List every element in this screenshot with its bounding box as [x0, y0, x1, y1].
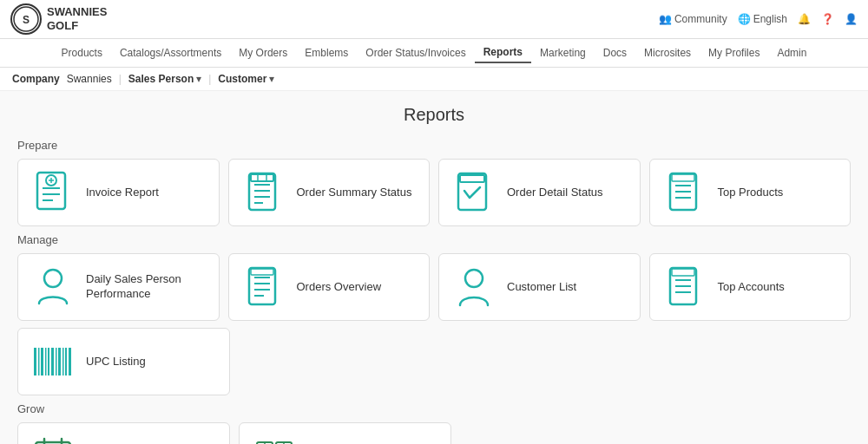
card-top-products[interactable]: Top Products: [649, 159, 852, 226]
customer-dropdown[interactable]: Customer ▾: [218, 73, 274, 85]
svg-rect-37: [34, 348, 36, 375]
question-icon: ❓: [821, 13, 834, 25]
page-content: Reports Prepare Invoice Report: [0, 91, 868, 444]
nav-products[interactable]: Products: [53, 43, 111, 62]
upc-cards-row: UPC Listing: [17, 328, 851, 395]
card-customer-list-label: Customer List: [507, 280, 576, 295]
nav-marketing[interactable]: Marketing: [531, 43, 595, 62]
customer-list-icon: [453, 266, 495, 308]
orders-overview-icon: [243, 266, 285, 308]
nav-my-profiles[interactable]: My Profiles: [700, 43, 768, 62]
manage-cards-row: Daily Sales Person Performance Orders Ov…: [17, 253, 851, 321]
top-bar: S SWANNIES GOLF 👥 Community 🌐 English 🔔 …: [0, 0, 868, 39]
chevron-down-icon2: ▾: [269, 73, 274, 85]
user-icon: 👤: [845, 13, 858, 25]
card-invoice-report[interactable]: Invoice Report: [17, 159, 220, 226]
boxes-icon: [253, 435, 295, 444]
card-daily-sales-label: Daily Sales Person Performance: [86, 272, 205, 302]
card-invoice-report-label: Invoice Report: [86, 186, 159, 200]
svg-rect-45: [62, 348, 64, 375]
invoice-icon: [32, 172, 74, 213]
sub-nav: Company Swannies | Sales Person ▾ | Cust…: [0, 68, 868, 91]
nav-order-status[interactable]: Order Status/Invoices: [357, 43, 474, 62]
svg-rect-43: [56, 348, 57, 375]
top-accounts-icon: [664, 266, 706, 308]
card-order-summary-status[interactable]: Order Summary Status: [228, 159, 431, 226]
svg-rect-38: [38, 348, 40, 375]
card-daily-sales[interactable]: Daily Sales Person Performance: [17, 253, 220, 321]
svg-point-31: [465, 270, 483, 287]
logo-circle: S: [10, 3, 42, 35]
svg-point-24: [44, 270, 62, 287]
svg-rect-42: [51, 348, 54, 375]
order-summary-icon: [243, 172, 285, 213]
svg-rect-30: [251, 269, 273, 275]
grow-cards-row: Crosstab Order Analysis Book/Ship/Cancel…: [17, 422, 851, 444]
bell-icon-btn[interactable]: 🔔: [798, 13, 811, 25]
card-customer-list[interactable]: Customer List: [438, 253, 641, 321]
top-products-icon: [664, 172, 706, 213]
card-top-products-label: Top Products: [718, 186, 784, 200]
section-manage-label: Manage: [17, 233, 851, 246]
section-grow-label: Grow: [17, 402, 851, 415]
svg-rect-39: [41, 348, 43, 375]
card-orders-overview-label: Orders Overview: [297, 280, 382, 295]
nav-admin[interactable]: Admin: [768, 43, 815, 62]
card-upc-listing[interactable]: UPC Listing: [17, 328, 230, 395]
section-prepare-label: Prepare: [17, 139, 851, 152]
svg-rect-41: [48, 348, 49, 375]
nav-my-orders[interactable]: My Orders: [230, 43, 296, 62]
nav-microsites[interactable]: Microsites: [635, 43, 700, 62]
community-icon: 👥: [659, 13, 672, 25]
sub-nav-divider: |: [119, 73, 122, 85]
card-book-ship[interactable]: Book/Ship/Cancel/Return - Analysis: [239, 422, 451, 444]
prepare-cards-row: Invoice Report Order Summary Status: [17, 159, 851, 226]
svg-rect-23: [672, 174, 694, 181]
calendar-grid-icon: [32, 435, 74, 444]
globe-icon: 🌐: [738, 13, 751, 25]
top-right-area: 👥 Community 🌐 English 🔔 ❓ 👤: [659, 13, 858, 25]
svg-text:S: S: [23, 14, 30, 26]
community-link[interactable]: 👥 Community: [659, 13, 727, 25]
card-top-accounts-label: Top Accounts: [718, 280, 785, 295]
chevron-down-icon: ▾: [196, 73, 201, 85]
svg-rect-18: [460, 175, 484, 182]
question-icon-btn[interactable]: ❓: [821, 13, 834, 25]
card-order-detail-label: Order Detail Status: [507, 186, 603, 200]
bell-icon: 🔔: [798, 13, 811, 25]
svg-rect-14: [251, 174, 273, 181]
company-value: Swannies: [67, 73, 112, 85]
card-order-summary-label: Order Summary Status: [297, 186, 412, 200]
svg-rect-47: [69, 348, 71, 375]
sales-person-dropdown[interactable]: Sales Person ▾: [128, 73, 201, 85]
sales-person-label: Sales Person: [128, 73, 194, 85]
user-icon-btn[interactable]: 👤: [845, 13, 858, 25]
svg-rect-25: [249, 268, 275, 304]
svg-rect-40: [45, 348, 47, 375]
svg-rect-46: [65, 348, 67, 375]
nav-reports[interactable]: Reports: [475, 42, 531, 63]
nav-docs[interactable]: Docs: [595, 43, 635, 62]
svg-rect-44: [58, 348, 61, 375]
card-upc-listing-label: UPC Listing: [86, 355, 146, 369]
language-selector[interactable]: 🌐 English: [738, 13, 787, 25]
logo-area: S SWANNIES GOLF: [10, 3, 107, 35]
daily-sales-icon: [32, 266, 74, 308]
sub-nav-divider2: |: [208, 73, 211, 85]
upc-icon: [32, 341, 74, 382]
nav-emblems[interactable]: Emblems: [296, 43, 357, 62]
svg-rect-17: [458, 173, 486, 210]
nav-catalogs[interactable]: Catalogs/Assortments: [111, 43, 230, 62]
customer-label: Customer: [218, 73, 266, 85]
page-title: Reports: [17, 105, 851, 125]
card-crosstab-order[interactable]: Crosstab Order Analysis: [17, 422, 230, 444]
order-detail-icon: [453, 172, 495, 213]
logo-text: SWANNIES GOLF: [47, 5, 107, 32]
card-order-detail-status[interactable]: Order Detail Status: [438, 159, 641, 226]
card-top-accounts[interactable]: Top Accounts: [649, 253, 852, 321]
card-orders-overview[interactable]: Orders Overview: [228, 253, 431, 321]
svg-rect-36: [672, 269, 694, 276]
main-nav: Products Catalogs/Assortments My Orders …: [0, 39, 868, 68]
company-label: Company: [12, 73, 60, 85]
